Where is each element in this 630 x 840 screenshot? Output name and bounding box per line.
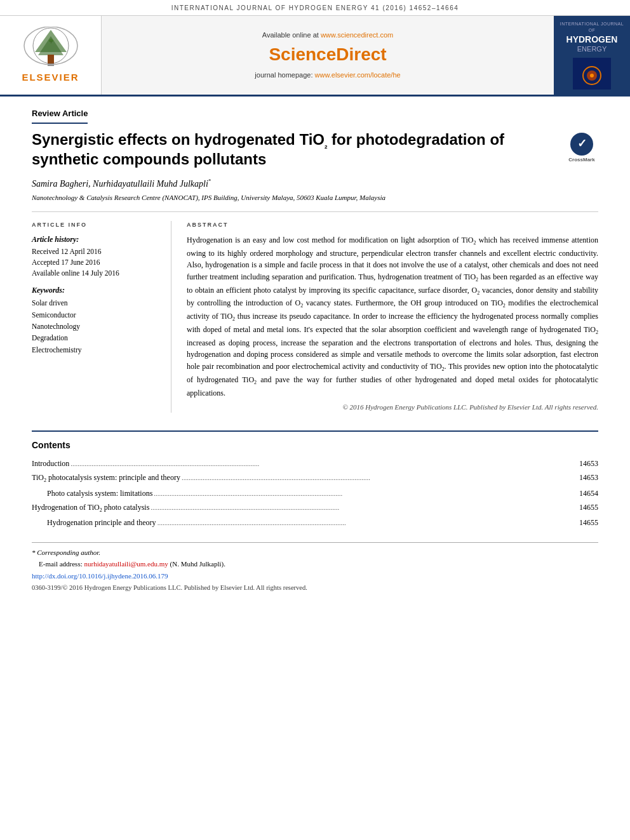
- sciencedirect-title: ScienceDirect: [269, 42, 386, 67]
- keyword-1: Solar driven: [32, 297, 156, 309]
- contents-section: Contents Introduction ..................…: [32, 430, 598, 528]
- contents-dots-2: ........................................…: [182, 472, 578, 483]
- keywords-title: Keywords:: [32, 285, 156, 296]
- article-title-text: Synergistic effects on hydrogenated TiO2…: [32, 130, 565, 170]
- available-online-text: Available online at www.sciencedirect.co…: [262, 30, 393, 40]
- issn-line: 0360-3199/© 2016 Hydrogen Energy Publica…: [32, 583, 598, 593]
- article-body-two-col: ARTICLE INFO Article history: Received 1…: [32, 211, 598, 412]
- keyword-5: Electrochemistry: [32, 344, 156, 356]
- journal-homepage: journal homepage: www.elsevier.com/locat…: [255, 70, 400, 80]
- article-info-section-label: ARTICLE INFO: [32, 221, 156, 229]
- review-article-label: Review Article: [32, 108, 88, 123]
- abstract-text: Hydrogenation is an easy and low cost me…: [187, 234, 598, 399]
- keyword-3: Nanotechnology: [32, 321, 156, 332]
- journal-header-bar: INTERNATIONAL JOURNAL OF HYDROGEN ENERGY…: [0, 0, 630, 16]
- contents-row-1: Introduction ...........................…: [32, 458, 598, 469]
- keyword-4: Degradation: [32, 332, 156, 343]
- contents-table: Introduction ...........................…: [32, 458, 598, 528]
- copyright-note: © 2016 Hydrogen Energy Publications LLC.…: [187, 403, 598, 412]
- abstract-col: ABSTRACT Hydrogenation is an easy and lo…: [171, 221, 598, 412]
- contents-dots-5: ........................................…: [158, 517, 578, 528]
- article-info-col: ARTICLE INFO Article history: Received 1…: [32, 221, 171, 412]
- contents-page-1: 14653: [579, 458, 598, 469]
- elsevier-brand-name: ELSEVIER: [22, 70, 79, 84]
- doi-link[interactable]: http://dx.doi.org/10.1016/j.ijhydene.201…: [32, 572, 168, 580]
- abstract-section-label: ABSTRACT: [187, 221, 598, 229]
- contents-page-5: 14655: [579, 517, 598, 528]
- elsevier-logo: 🌳 ELSEVIER: [0, 16, 102, 95]
- journal-cover-hydrogen: HYDROGEN: [566, 35, 618, 44]
- keywords-group: Keywords: Solar driven Semiconductor Nan…: [32, 285, 156, 356]
- crossmark-icon: ✓: [570, 133, 593, 156]
- contents-page-4: 14655: [579, 502, 598, 513]
- email-line: E-mail address: nurhidayatullaili@um.edu…: [32, 559, 598, 569]
- contents-title: Contents: [32, 439, 598, 452]
- journal-citation: INTERNATIONAL JOURNAL OF HYDROGEN ENERGY…: [171, 4, 459, 11]
- article-history-title: Article history:: [32, 234, 156, 245]
- journal-cover-int: International Journal of: [559, 21, 625, 34]
- svg-point-10: [590, 74, 594, 77]
- journal-homepage-url[interactable]: www.elsevier.com/locate/he: [315, 71, 401, 79]
- accepted-date: Accepted 17 June 2016: [32, 257, 156, 268]
- article-title-row: Synergistic effects on hydrogenated TiO2…: [32, 130, 598, 170]
- received-date: Received 12 April 2016: [32, 246, 156, 257]
- contents-row-3: Photo catalysis system: limitations ....…: [32, 488, 598, 499]
- center-header: Available online at www.sciencedirect.co…: [102, 16, 554, 95]
- svg-rect-5: [48, 55, 54, 63]
- elsevier-tree-icon: 🌳: [22, 27, 79, 68]
- contents-row-2: TiO2 photocatalysis system: principle an…: [32, 472, 598, 484]
- contents-dots-4: ........................................…: [151, 502, 578, 513]
- contents-page-2: 14653: [579, 472, 598, 483]
- contents-dots-3: ........................................…: [154, 488, 578, 499]
- journal-cover-graphic: [573, 58, 611, 90]
- corresponding-note: * Corresponding author.: [32, 548, 598, 557]
- journal-cover: International Journal of HYDROGEN ENERGY: [554, 16, 630, 95]
- main-content: Review Article Synergistic effects on hy…: [0, 97, 630, 605]
- sciencedirect-url[interactable]: www.sciencedirect.com: [321, 31, 393, 39]
- available-online-date: Available online 14 July 2016: [32, 268, 156, 279]
- contents-row-5: Hydrogenation principle and theory .....…: [32, 517, 598, 528]
- email-link[interactable]: nurhidayatullaili@um.edu.my: [84, 560, 168, 568]
- journal-cover-energy: ENERGY: [577, 44, 607, 54]
- footer-section: * Corresponding author. E-mail address: …: [32, 542, 598, 593]
- contents-label-2: TiO2 photocatalysis system: principle an…: [32, 472, 180, 484]
- contents-label-5: Hydrogenation principle and theory: [47, 517, 156, 528]
- top-header: 🌳 ELSEVIER Available online at www.scien…: [0, 16, 630, 97]
- contents-page-3: 14654: [579, 488, 598, 499]
- affiliation: Nanotechnology & Catalysis Research Cent…: [32, 193, 598, 203]
- keyword-2: Semiconductor: [32, 309, 156, 321]
- contents-label-4: Hydrogenation of TiO2 photo catalysis: [32, 502, 149, 514]
- authors: Samira Bagheri, Nurhidayatullaili Muhd J…: [32, 178, 598, 190]
- article-history-group: Article history: Received 12 April 2016 …: [32, 234, 156, 279]
- crossmark-badge[interactable]: ✓ CrossMark: [565, 133, 598, 163]
- crossmark-label: CrossMark: [568, 157, 594, 163]
- contents-dots-1: ........................................…: [70, 458, 578, 469]
- doi-line: http://dx.doi.org/10.1016/j.ijhydene.201…: [32, 571, 598, 581]
- contents-label-1: Introduction: [32, 458, 69, 469]
- contents-row-4: Hydrogenation of TiO2 photo catalysis ..…: [32, 502, 598, 514]
- contents-label-3: Photo catalysis system: limitations: [47, 488, 152, 499]
